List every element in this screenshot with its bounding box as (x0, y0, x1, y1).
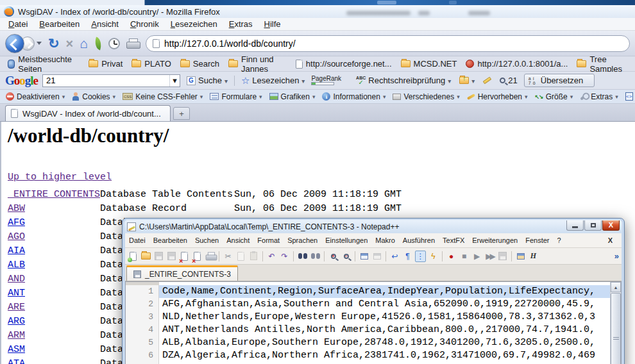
zoom-out-icon[interactable]: − (341, 251, 351, 262)
indent-guide-icon[interactable]: ⋮ (415, 251, 426, 262)
bookmark-privat[interactable]: Privat (86, 58, 125, 69)
webdev-grafiken[interactable]: Grafiken (267, 92, 318, 102)
function-list-icon[interactable]: ϟ (428, 251, 439, 262)
entry-link[interactable]: ARE (8, 301, 100, 315)
entry-link[interactable]: ARM (8, 329, 100, 343)
scrollbar-thumb[interactable] (611, 293, 621, 364)
webdev-extras[interactable]: Extras (578, 92, 620, 102)
reload-icon[interactable]: ↻ (48, 37, 60, 50)
webdev-css[interactable]: CSSKeine CSS-Fehler (121, 92, 205, 102)
editor-line[interactable]: 2AFG,Afghanistan,Asia,Southern and Centr… (126, 298, 610, 311)
close-file-icon[interactable] (179, 251, 190, 262)
scroll-up-icon[interactable]: ▲ (611, 282, 621, 292)
find-icon[interactable] (297, 251, 308, 262)
entry-link[interactable]: _ENTIRE_CONTENTS (8, 188, 100, 202)
entry-link[interactable]: AGO (8, 230, 100, 244)
stop-macro-icon[interactable]: ■ (459, 251, 470, 262)
clock-addon-icon[interactable] (108, 38, 120, 49)
redo-icon[interactable]: ↷ (279, 251, 290, 262)
entry-link[interactable]: ALB (8, 258, 100, 272)
np-menu-makro[interactable]: Makro (371, 235, 399, 245)
sync-horizontal-icon[interactable] (371, 251, 382, 262)
send-to-button[interactable] (457, 75, 477, 86)
entry-link[interactable]: ABW (8, 202, 100, 216)
open-file-icon[interactable] (140, 251, 151, 262)
bookmark-finn-und-jannes[interactable]: Finn und Jannes (226, 54, 289, 74)
editor-line[interactable]: 1Code,Name,Continent,Region,SurfaceArea,… (126, 285, 610, 298)
new-tab-button[interactable]: + (173, 107, 190, 120)
back-button[interactable] (5, 34, 24, 53)
entry-link[interactable]: ANT (8, 286, 100, 301)
copy-icon[interactable] (235, 251, 246, 262)
np-menu-erweiterungen[interactable]: Erweiterungen (468, 235, 521, 245)
pagerank-dropdown-icon[interactable] (346, 80, 350, 81)
np-menu-einstellungen[interactable]: Einstellungen (321, 235, 371, 245)
webdev-deaktivieren[interactable]: Deaktivieren (4, 92, 67, 102)
editor-line[interactable]: 5ALB,Albania,Europe,Southern Europe,2874… (126, 336, 610, 349)
webdev-groesse[interactable]: ↖↘Größe (533, 92, 575, 102)
webdev-informationen[interactable]: iInformationen (320, 92, 387, 102)
stop-icon[interactable]: × (66, 37, 74, 50)
entry-link[interactable]: ATA (8, 357, 100, 364)
save-all-icon[interactable] (166, 251, 177, 262)
restore-button[interactable] (584, 220, 602, 231)
editor-scrollbar[interactable]: ▲ (610, 282, 621, 364)
np-menu-textfx[interactable]: TextFX (439, 235, 468, 245)
np-menu-fenster[interactable]: Fenster (521, 235, 553, 245)
google-search-box[interactable]: ▾ (42, 74, 180, 87)
editor-line[interactable]: 6DZA,Algeria,Africa,Northern Africa,2381… (126, 349, 610, 362)
menu-ansicht[interactable]: Ansicht (85, 18, 124, 30)
pagerank-widget[interactable]: PageRank (311, 76, 341, 85)
sync-vertical-icon[interactable] (359, 251, 369, 262)
replace-icon[interactable] (310, 251, 321, 262)
menu-chronik[interactable]: Chronik (124, 18, 165, 30)
toolbar-overflow-icon[interactable]: » (614, 251, 619, 261)
menu-lesezeichen[interactable]: Lesezeichen (165, 18, 223, 30)
entry-link[interactable]: AIA (8, 244, 100, 258)
url-bar[interactable] (146, 35, 630, 52)
google-suche-button[interactable]: GSuche (185, 75, 230, 86)
firefox-titlebar[interactable]: WsgiDAV - Index of /world-db/country/ - … (0, 5, 635, 18)
np-menu-sprachen[interactable]: Sprachen (284, 235, 321, 245)
save-macro-icon[interactable] (497, 251, 508, 262)
translate-button[interactable]: aí7ö Übersetzen (524, 74, 595, 87)
highlighter-button[interactable] (481, 78, 493, 83)
np-menu-suchen[interactable]: Suchen (191, 235, 223, 245)
entry-link[interactable]: AFG (8, 216, 100, 230)
webdev-quelltext[interactable]: <>Quellte (623, 92, 635, 102)
np-menu-help[interactable]: ? (553, 235, 564, 245)
bookmark-search[interactable]: Search (178, 58, 222, 69)
entry-link[interactable]: AND (8, 272, 100, 286)
paste-icon[interactable] (248, 251, 259, 262)
webdev-hervorheben[interactable]: Hervorheben (465, 92, 530, 102)
zoom-in-icon[interactable]: + (328, 251, 339, 262)
google-search-input[interactable] (43, 76, 169, 85)
new-file-icon[interactable] (128, 251, 139, 262)
bookmark-127-0-0-1-8001[interactable]: http://127.0.0.1:8001/a... (463, 58, 570, 69)
leaf-addon-icon[interactable] (92, 37, 103, 50)
close-all-icon[interactable] (192, 251, 203, 262)
editor-line[interactable]: 4ANT,Netherlands Antilles,North America,… (126, 324, 610, 336)
bookmark-meistbesuchte-seiten[interactable]: Meistbesuchte Seiten (5, 54, 82, 74)
np-menu-datei[interactable]: Datei (125, 235, 149, 245)
print-icon[interactable] (126, 38, 139, 48)
np-menu-format[interactable]: Format (253, 235, 284, 245)
history-dropdown-icon[interactable] (37, 42, 42, 45)
notepad-active-tab[interactable]: _ENTIRE_CONTENTS-3 (126, 265, 238, 281)
np-menu-ansicht[interactable]: Ansicht (223, 235, 253, 245)
cut-icon[interactable]: ✂ (223, 251, 233, 262)
run-macro-multiple-icon[interactable]: ▶▶ (484, 251, 495, 262)
close-button[interactable]: X (602, 220, 620, 231)
np-menu-bearbeiten[interactable]: Bearbeiten (149, 235, 191, 245)
np-menu-ausfuehren[interactable]: Ausführen (399, 235, 439, 245)
play-macro-icon[interactable]: ▶ (471, 251, 482, 262)
bookmark-mcsd-net[interactable]: MCSD.NET (398, 58, 460, 69)
up-to-higher-level-link[interactable]: Up to higher level (8, 172, 112, 183)
word-wrap-icon[interactable]: ↩ (389, 251, 400, 262)
notepad-editor[interactable]: 1Code,Name,Continent,Region,SurfaceArea,… (125, 281, 622, 364)
menu-extras[interactable]: Extras (223, 18, 258, 30)
google-lesezeichen-button[interactable]: ☆Lesezeichen (239, 74, 307, 87)
save-icon[interactable] (153, 251, 164, 262)
entry-link[interactable]: ASM (8, 343, 100, 357)
print-icon[interactable] (205, 251, 216, 262)
